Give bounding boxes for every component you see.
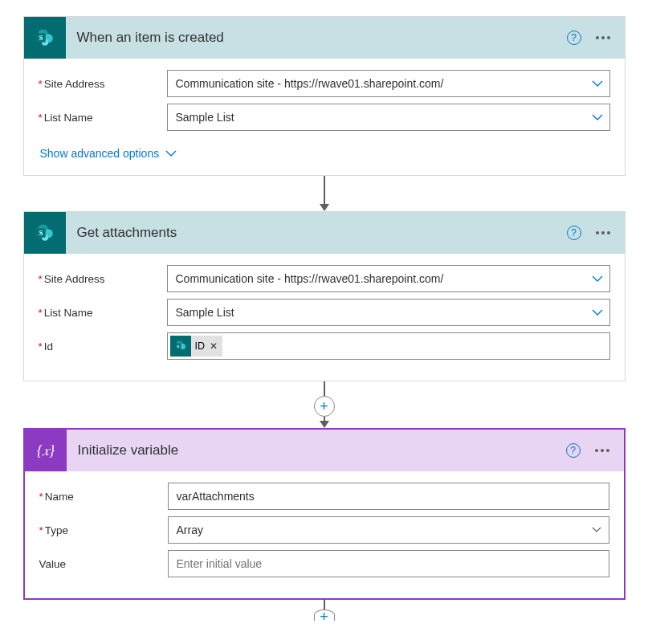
card-body: *Site Address Communication site - https… (24, 59, 625, 175)
connector-arrow (16, 176, 632, 211)
site-address-input[interactable]: Communication site - https://rwave01.sha… (167, 265, 610, 292)
variable-type-input[interactable]: Array (168, 516, 609, 544)
svg-text:S: S (39, 230, 43, 237)
field-label: Value (39, 558, 168, 570)
field-label: *Type (39, 524, 168, 536)
field-row: *Site Address Communication site - https… (39, 265, 610, 292)
add-step-button[interactable]: + (314, 609, 335, 621)
card-header[interactable]: S When an item is created ? (24, 17, 625, 59)
list-name-input[interactable]: Sample List (167, 299, 610, 326)
svg-text:S: S (177, 344, 179, 348)
field-label: *List Name (39, 112, 167, 124)
svg-text:{𝑥}: {𝑥} (36, 442, 55, 459)
field-label: *Site Address (39, 273, 167, 285)
list-name-input[interactable]: Sample List (167, 104, 610, 131)
field-label: *Site Address (39, 78, 167, 90)
field-row: *Name varAttachments (39, 483, 609, 510)
chevron-down-icon (592, 307, 603, 318)
more-menu-icon[interactable] (592, 446, 613, 455)
chevron-down-icon (592, 112, 603, 123)
field-label: *List Name (39, 307, 167, 319)
card-title: When an item is created (66, 30, 567, 46)
sharepoint-icon: S (170, 336, 191, 357)
show-advanced-link[interactable]: Show advanced options (39, 147, 177, 160)
add-step-button[interactable]: + (314, 396, 335, 417)
card-title: Get attachments (66, 225, 567, 241)
help-icon[interactable]: ? (567, 31, 581, 45)
remove-token-icon[interactable]: ✕ (210, 340, 218, 352)
trigger-card: S When an item is created ? *Site Addres… (23, 16, 626, 176)
svg-text:S: S (39, 35, 43, 42)
action-card-get-attachments: S Get attachments ? *Site Address Commun… (23, 211, 626, 381)
sharepoint-icon: S (24, 17, 66, 59)
card-title: Initialize variable (67, 442, 566, 459)
more-menu-icon[interactable] (593, 228, 613, 238)
chevron-down-icon (165, 148, 177, 159)
id-input[interactable]: S ID ✕ (167, 332, 610, 360)
field-row: *Site Address Communication site - https… (39, 70, 610, 97)
field-label: *Name (39, 491, 168, 503)
site-address-input[interactable]: Communication site - https://rwave01.sha… (167, 70, 610, 97)
chevron-down-icon (592, 273, 603, 284)
more-menu-icon[interactable] (593, 33, 613, 43)
field-label: *Id (39, 340, 167, 353)
card-header[interactable]: S Get attachments ? (24, 212, 625, 254)
field-row: *List Name Sample List (39, 299, 610, 326)
field-row: *List Name Sample List (39, 104, 610, 131)
sharepoint-icon: S (24, 212, 66, 254)
action-card-initialize-variable: {𝑥} Initialize variable ? *Name varAttac… (23, 428, 626, 600)
dynamic-content-token[interactable]: S ID ✕ (170, 336, 223, 357)
card-body: *Site Address Communication site - https… (24, 254, 625, 381)
variable-icon: {𝑥} (25, 430, 67, 471)
connector-bottom: + (16, 600, 632, 621)
card-header[interactable]: {𝑥} Initialize variable ? (25, 430, 624, 471)
variable-value-input[interactable]: Enter initial value (168, 550, 609, 577)
help-icon[interactable]: ? (567, 226, 581, 240)
connector-with-plus: + (16, 381, 632, 428)
card-body: *Name varAttachments *Type Array Value E… (25, 471, 624, 598)
field-row: *Id S ID ✕ (39, 332, 610, 360)
token-label: ID (195, 340, 206, 352)
help-icon[interactable]: ? (566, 443, 581, 458)
field-row: *Type Array (39, 516, 609, 544)
chevron-down-icon (592, 78, 603, 89)
field-row: Value Enter initial value (39, 550, 609, 577)
variable-name-input[interactable]: varAttachments (168, 483, 609, 510)
chevron-down-icon (591, 524, 602, 536)
